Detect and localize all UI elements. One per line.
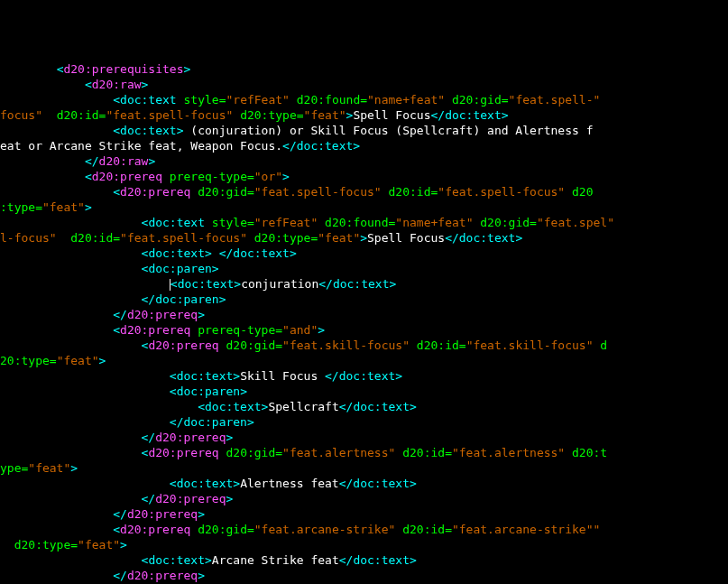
- text-content: Spell Focus: [353, 108, 430, 122]
- attr-value: "feat.skill-focus": [466, 338, 594, 352]
- doc-tag: doc:text: [297, 139, 354, 153]
- bracket: <: [198, 400, 205, 413]
- text-content: [212, 246, 219, 260]
- attr-eq: =: [247, 185, 254, 199]
- bracket: >: [205, 246, 212, 260]
- d20-tag: d20:raw: [99, 154, 149, 168]
- bracket: >: [70, 461, 78, 475]
- bracket: </: [142, 292, 156, 306]
- doc-tag: doc:text: [148, 553, 205, 567]
- attr-name: d20:t: [572, 446, 607, 459]
- d20-tag: d20:prerequisites: [63, 62, 183, 76]
- bracket: </: [339, 477, 354, 490]
- doc-tag: doc:text: [353, 477, 410, 490]
- attr-value: "feat.spell-focus": [254, 185, 382, 199]
- bracket: >: [247, 415, 254, 429]
- doc-tag: doc:text: [178, 277, 235, 291]
- attr-value: "feat.spel": [537, 216, 614, 229]
- attr-eq: =: [247, 523, 254, 536]
- bracket: >: [99, 354, 106, 367]
- bracket: >: [148, 154, 155, 168]
- bracket: >: [395, 369, 402, 383]
- bracket: </: [282, 139, 297, 153]
- attr-name: d20:gid: [226, 338, 275, 352]
- bracket: <: [113, 185, 120, 199]
- attr-eq: =: [70, 538, 78, 552]
- bracket: >: [410, 553, 417, 567]
- bracket: >: [390, 277, 397, 291]
- bracket: <: [170, 277, 178, 291]
- text-content: Arcane Strike feat: [212, 553, 339, 567]
- bracket: >: [233, 477, 240, 490]
- doc-tag: doc:text: [353, 553, 410, 567]
- bracket: </: [430, 108, 445, 122]
- attr-name: d20:id: [402, 446, 445, 459]
- doc-tag: doc:text: [339, 369, 396, 383]
- text-content: Spellcraft: [268, 400, 338, 413]
- attr-name: d20:id: [417, 338, 459, 352]
- bracket: <: [170, 385, 177, 398]
- text-content: Spell Focus: [367, 231, 445, 245]
- bracket: >: [226, 492, 233, 505]
- xml-source: <d20:prerequisites> <d20:raw> <doc:text …: [0, 62, 614, 584]
- code-editor[interactable]: <d20:prerequisites> <d20:raw> <doc:text …: [0, 61, 728, 584]
- attr-value: "feat": [318, 231, 360, 245]
- doc-tag: doc:text: [445, 108, 502, 122]
- attr-eq: =: [530, 216, 537, 229]
- doc-tag: doc:text: [177, 477, 234, 490]
- attr-value: "feat.spell-": [509, 93, 601, 107]
- attr-value: "feat.spell-focus": [438, 185, 565, 199]
- attr-name: d20:id: [402, 523, 445, 536]
- attr-value: "name+feat": [395, 216, 473, 229]
- bracket: </: [113, 569, 127, 582]
- bracket: <: [85, 78, 92, 91]
- d20-tag: d20:prereq: [127, 507, 198, 521]
- bracket: </: [142, 431, 156, 444]
- attr-value: "feat": [42, 200, 85, 214]
- attr-value: "feat.alertness": [452, 446, 565, 459]
- bracket: </: [339, 553, 354, 567]
- bracket: >: [290, 246, 297, 260]
- attr-name: :type=: [0, 200, 42, 214]
- d20-tag: d20:prereq: [155, 492, 226, 505]
- bracket: >: [198, 507, 205, 521]
- doc-tag: doc:paren: [177, 385, 240, 398]
- attr-name: 20:type=: [0, 354, 57, 367]
- attr-eq: =: [275, 446, 282, 459]
- bracket: >: [198, 308, 205, 321]
- bracket: <: [85, 170, 92, 183]
- doc-tag: doc:paren: [155, 292, 218, 306]
- attr-eq: =: [247, 170, 254, 183]
- bracket: </: [325, 369, 339, 383]
- bracket: >: [85, 200, 92, 214]
- attr-value: "feat": [57, 354, 99, 367]
- text-content: (conjuration) or Skill Focus (Spellcraft…: [184, 124, 594, 137]
- attr-name: d20:id: [57, 108, 99, 122]
- attr-name: d20:type: [240, 108, 297, 122]
- attr-value: "feat.skill-focus": [282, 338, 410, 352]
- doc-tag: doc:text: [205, 400, 262, 413]
- attr-name: d20:gid: [198, 185, 247, 199]
- attr-name: d20:id: [70, 231, 113, 245]
- doc-tag: doc:paren: [184, 415, 247, 429]
- attr-eq: =: [247, 216, 254, 229]
- attr-name: ype=: [0, 461, 28, 475]
- d20-tag: d20:prereq: [120, 185, 190, 199]
- text-content: eat or Arcane Strike feat, Weapon Focus.: [0, 139, 282, 153]
- bracket: >: [198, 569, 205, 582]
- bracket: >: [360, 231, 367, 245]
- d20-tag: d20:prereq: [92, 170, 162, 183]
- attr-value: "or": [254, 170, 282, 183]
- d20-tag: d20:prereq: [155, 431, 226, 444]
- attr-value: "feat.spell-focus": [106, 108, 233, 122]
- attr-eq: =: [502, 93, 509, 107]
- attr-name: d20:gid: [226, 446, 275, 459]
- doc-tag: doc:paren: [148, 262, 211, 275]
- attr-name: style: [184, 93, 219, 107]
- bracket: >: [502, 108, 509, 122]
- bracket: >: [184, 62, 191, 76]
- text-content: Skill Focus: [240, 369, 325, 383]
- attr-name: prereq-type: [170, 170, 247, 183]
- d20-tag: d20:prereq: [127, 308, 198, 321]
- attr-name: d: [600, 338, 607, 352]
